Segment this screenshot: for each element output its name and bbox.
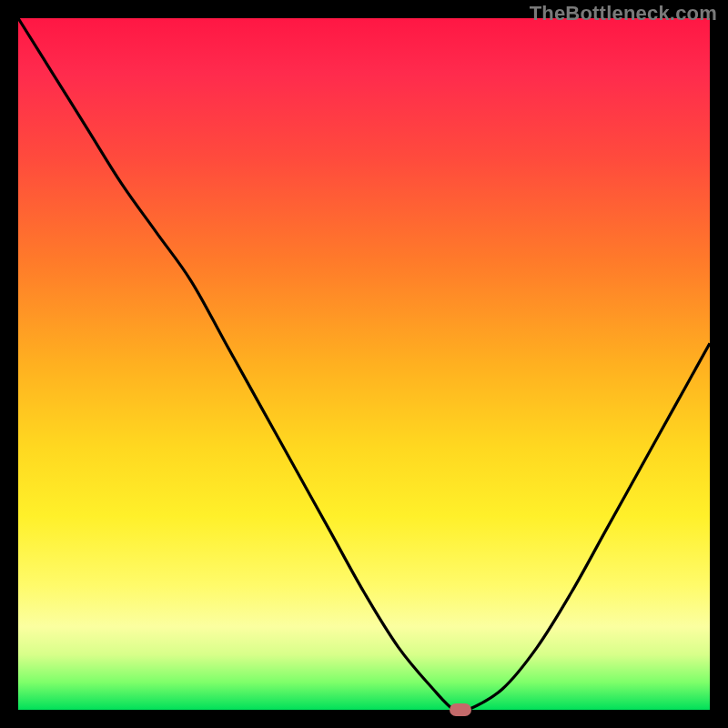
bottleneck-curve [18,18,710,710]
optimal-marker [450,703,471,716]
plot-area [18,18,710,710]
chart-frame: TheBottleneck.com [0,0,728,728]
watermark-text: TheBottleneck.com [530,2,717,25]
curve-path [18,18,710,713]
